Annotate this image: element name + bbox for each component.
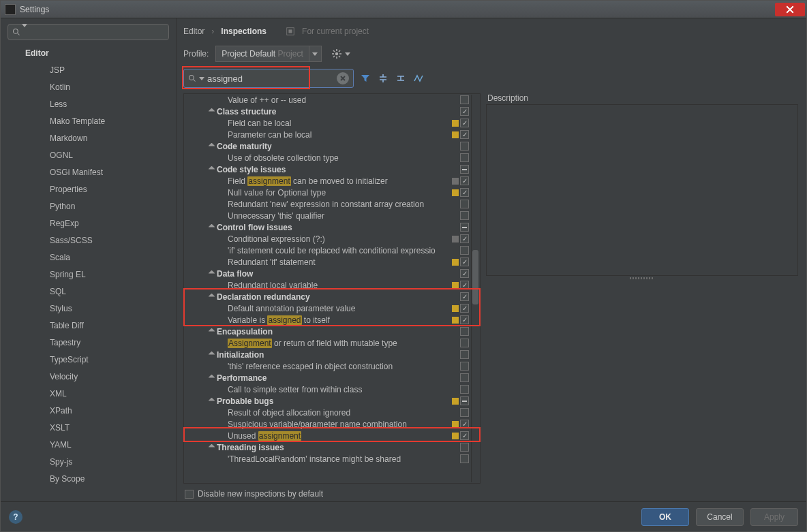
sidebar-item[interactable]: Less xyxy=(1,96,176,113)
sidebar-item[interactable]: Python xyxy=(1,198,176,215)
tree-item[interactable]: Result of object allocation ignored xyxy=(184,407,470,418)
sidebar-item[interactable]: Table Diff xyxy=(1,317,176,334)
filter-icon[interactable] xyxy=(359,72,371,84)
expand-icon[interactable] xyxy=(207,443,215,452)
sidebar-item[interactable]: OGNL xyxy=(1,147,176,164)
sidebar-search-input[interactable] xyxy=(7,24,169,40)
expand-icon[interactable] xyxy=(207,397,215,405)
expand-icon[interactable] xyxy=(207,293,215,301)
inspection-checkbox[interactable] xyxy=(460,95,469,104)
inspection-checkbox[interactable] xyxy=(460,454,469,463)
sidebar-item[interactable]: Tapestry xyxy=(1,334,176,351)
tree-item[interactable]: Call to simple setter from within class xyxy=(184,384,470,395)
tree-item[interactable]: Value of ++ or -- used xyxy=(184,94,470,106)
inspections-search-input[interactable] xyxy=(183,69,354,88)
gear-icon[interactable] xyxy=(331,48,342,59)
sidebar-item[interactable]: JSP xyxy=(1,62,176,79)
tree-group[interactable]: Performance xyxy=(184,372,470,384)
sidebar-item[interactable]: By Scope xyxy=(1,471,176,488)
resize-handle[interactable] xyxy=(486,276,798,280)
expand-icon[interactable] xyxy=(207,108,215,116)
tree-group[interactable]: Code style issues xyxy=(184,163,470,175)
tree-item[interactable]: Null value for Optional type xyxy=(184,187,470,198)
inspection-checkbox[interactable] xyxy=(460,234,469,243)
tree-item[interactable]: Variable is assigned to itself xyxy=(184,314,470,326)
tree-group[interactable]: Encapsulation xyxy=(184,326,470,337)
window-close-button[interactable] xyxy=(775,3,805,16)
tree-item[interactable]: Unnecessary 'this' qualifier xyxy=(184,210,470,221)
sidebar-item[interactable]: XSLT xyxy=(1,420,176,437)
cancel-button[interactable]: Cancel xyxy=(696,508,744,526)
sidebar-item[interactable]: OSGi Manifest xyxy=(1,164,176,181)
inspection-checkbox[interactable] xyxy=(460,420,469,428)
tree-item[interactable]: Field can be local xyxy=(184,117,470,129)
inspection-checkbox[interactable] xyxy=(460,315,469,324)
tree-item[interactable]: Redundant 'if' statement xyxy=(184,256,470,268)
tree-item[interactable]: Assignment or return of field with mutab… xyxy=(184,337,470,349)
reset-icon[interactable] xyxy=(412,72,425,84)
sidebar-item[interactable]: YAML xyxy=(1,437,176,454)
sidebar-item[interactable]: Spy-js xyxy=(1,454,176,471)
sidebar-item[interactable]: SQL xyxy=(1,283,176,300)
tree-item[interactable]: Field assignment can be moved to initial… xyxy=(184,175,470,187)
expand-icon[interactable] xyxy=(207,351,215,359)
tree-group[interactable]: Threading issues xyxy=(184,441,470,453)
tree-item[interactable]: Use of obsolete collection type xyxy=(184,152,470,163)
tree-group[interactable]: Control flow issues xyxy=(184,221,470,233)
inspection-checkbox[interactable] xyxy=(460,362,469,371)
tree-item[interactable]: 'if' statement could be replaced with co… xyxy=(184,245,470,256)
inspection-checkbox[interactable] xyxy=(460,431,469,440)
inspection-checkbox[interactable] xyxy=(460,107,469,116)
sidebar-section-editor[interactable]: Editor xyxy=(1,43,176,62)
tree-item[interactable]: Unused assignment xyxy=(184,430,470,441)
tree-group[interactable]: Declaration redundancy xyxy=(184,291,470,302)
tree-item[interactable]: Redundant 'new' expression in constant a… xyxy=(184,198,470,210)
collapse-all-icon[interactable] xyxy=(395,72,407,84)
tree-item[interactable]: Parameter can be local xyxy=(184,129,470,140)
sidebar-item[interactable]: TypeScript xyxy=(1,351,176,369)
inspection-checkbox[interactable] xyxy=(460,443,469,452)
tree-scrollbar[interactable] xyxy=(471,95,479,482)
tree-group[interactable]: Code maturity xyxy=(184,140,470,152)
inspection-checkbox[interactable] xyxy=(460,165,469,174)
expand-icon[interactable] xyxy=(207,270,215,278)
apply-button[interactable]: Apply xyxy=(750,508,798,526)
help-button[interactable]: ? xyxy=(9,510,22,524)
inspection-checkbox[interactable] xyxy=(460,211,469,220)
inspection-checkbox[interactable] xyxy=(460,396,469,405)
inspection-checkbox[interactable] xyxy=(460,292,469,301)
ok-button[interactable]: OK xyxy=(641,508,689,526)
sidebar-item[interactable]: Spring EL xyxy=(1,266,176,283)
expand-all-icon[interactable] xyxy=(377,72,389,84)
inspection-checkbox[interactable] xyxy=(460,408,469,417)
inspection-checkbox[interactable] xyxy=(460,176,469,185)
sidebar-item[interactable]: Kotlin xyxy=(1,79,176,96)
expand-icon[interactable] xyxy=(207,166,215,174)
tree-group[interactable]: Probable bugs xyxy=(184,395,470,407)
inspection-checkbox[interactable] xyxy=(460,281,469,290)
tree-item[interactable]: Suspicious variable/parameter name combi… xyxy=(184,418,470,430)
sidebar-item[interactable]: Mako Template xyxy=(1,113,176,130)
clear-search-button[interactable] xyxy=(337,72,349,84)
tree-item[interactable]: 'ThreadLocalRandom' instance might be sh… xyxy=(184,453,470,465)
sidebar-item[interactable]: Markdown xyxy=(1,130,176,147)
inspection-checkbox[interactable] xyxy=(460,188,469,197)
inspection-checkbox[interactable] xyxy=(460,304,469,313)
tree-group[interactable]: Class structure xyxy=(184,106,470,117)
inspection-checkbox[interactable] xyxy=(460,200,469,208)
sidebar-item[interactable]: XPath xyxy=(1,403,176,420)
inspection-checkbox[interactable] xyxy=(460,350,469,359)
expand-icon[interactable] xyxy=(207,328,215,336)
inspections-tree[interactable]: Value of ++ or -- usedClass structureFie… xyxy=(183,93,481,484)
inspection-checkbox[interactable] xyxy=(460,257,469,266)
tree-item[interactable]: Conditional expression (?:) xyxy=(184,233,470,245)
breadcrumb-root[interactable]: Editor xyxy=(183,27,204,36)
sidebar-item[interactable]: Properties xyxy=(1,181,176,198)
inspection-checkbox[interactable] xyxy=(460,373,469,382)
inspection-checkbox[interactable] xyxy=(460,269,469,278)
sidebar-item[interactable]: RegExp xyxy=(1,215,176,232)
inspection-checkbox[interactable] xyxy=(460,153,469,162)
tree-item[interactable]: Redundant local variable xyxy=(184,279,470,291)
sidebar-item[interactable]: Stylus xyxy=(1,300,176,317)
expand-icon[interactable] xyxy=(207,142,215,151)
